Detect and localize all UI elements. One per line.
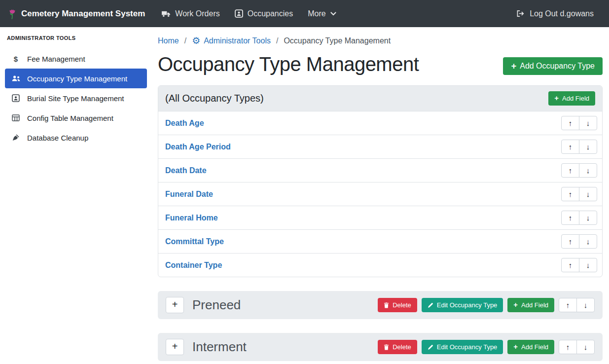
occupancy-type-section-preneed: + Preneed Delete Edit Occupancy Type + A… bbox=[158, 291, 603, 319]
logout-button[interactable]: Log Out d.gowans bbox=[509, 5, 601, 22]
expand-button[interactable]: + bbox=[166, 297, 184, 313]
move-up-button[interactable]: ↑ bbox=[561, 211, 579, 225]
field-link-death-age[interactable]: Death Age bbox=[165, 119, 204, 128]
sidebar-heading: ADMINISTRATOR TOOLS bbox=[0, 32, 152, 49]
breadcrumb-home[interactable]: Home bbox=[158, 36, 179, 45]
move-down-button[interactable]: ↓ bbox=[579, 258, 597, 272]
move-up-button[interactable]: ↑ bbox=[561, 163, 579, 178]
app-title: Cemetery Management System bbox=[21, 9, 145, 19]
add-field-label: Add Field bbox=[562, 95, 589, 102]
move-down-button[interactable]: ↓ bbox=[579, 163, 597, 178]
section-title: Interment bbox=[192, 339, 247, 355]
reorder-buttons: ↑ ↓ bbox=[561, 140, 597, 154]
broom-icon bbox=[11, 134, 21, 142]
sidebar-item-database-cleanup[interactable]: Database Cleanup bbox=[5, 128, 147, 147]
main-content: Home / ⚙ Administrator Tools / Occupancy… bbox=[152, 27, 609, 364]
nav-occupancies-label: Occupancies bbox=[248, 9, 293, 18]
move-down-button[interactable]: ↓ bbox=[579, 116, 597, 130]
top-navbar: Cemetery Management System Work Orders O… bbox=[0, 0, 609, 27]
add-occupancy-type-button[interactable]: + Add Occupancy Type bbox=[503, 57, 603, 75]
move-down-button[interactable]: ↓ bbox=[579, 234, 597, 249]
breadcrumb-current: Occupancy Type Management bbox=[284, 36, 391, 45]
move-down-button[interactable]: ↓ bbox=[579, 211, 597, 225]
breadcrumb: Home / ⚙ Administrator Tools / Occupancy… bbox=[158, 34, 603, 47]
add-field-button[interactable]: + Add Field bbox=[548, 91, 595, 106]
move-up-button[interactable]: ↑ bbox=[559, 340, 577, 354]
field-list: Death Age ↑ ↓ Death Age Period ↑ ↓ Death… bbox=[158, 111, 602, 277]
reorder-buttons: ↑ ↓ bbox=[561, 163, 597, 178]
nav-more-label: More bbox=[308, 9, 325, 18]
move-down-button[interactable]: ↓ bbox=[576, 340, 595, 354]
dollar-icon: $ bbox=[11, 55, 21, 63]
delete-button[interactable]: Delete bbox=[378, 340, 417, 354]
reorder-buttons: ↑ ↓ bbox=[561, 211, 597, 225]
field-link-death-age-period[interactable]: Death Age Period bbox=[165, 143, 231, 151]
chevron-down-icon bbox=[330, 12, 336, 16]
move-up-button[interactable]: ↑ bbox=[561, 116, 579, 130]
move-up-button[interactable]: ↑ bbox=[559, 298, 577, 312]
card-title: (All Occupancy Types) bbox=[165, 93, 264, 104]
breadcrumb-admin-tools-label: Administrator Tools bbox=[204, 36, 271, 45]
occupancies-icon bbox=[235, 9, 243, 18]
plus-icon: + bbox=[554, 95, 559, 102]
field-row: Committal Type ↑ ↓ bbox=[158, 229, 602, 253]
pencil-icon bbox=[428, 302, 433, 308]
add-field-button[interactable]: + Add Field bbox=[507, 340, 554, 354]
sidebar-item-burial-site-type-management[interactable]: Burial Site Type Management bbox=[5, 88, 147, 108]
edit-occupancy-type-button[interactable]: Edit Occupancy Type bbox=[422, 340, 503, 354]
field-row: Death Age Period ↑ ↓ bbox=[158, 135, 602, 158]
sidebar-item-occupancy-type-management[interactable]: Occupancy Type Management bbox=[5, 69, 147, 88]
sidebar: ADMINISTRATOR TOOLS $ Fee Management Occ… bbox=[0, 27, 152, 364]
field-link-death-date[interactable]: Death Date bbox=[165, 166, 207, 175]
occupancy-type-section-interment: + Interment Delete Edit Occupancy Type +… bbox=[158, 333, 603, 361]
breadcrumb-separator: / bbox=[184, 36, 186, 45]
nav-occupancies[interactable]: Occupancies bbox=[227, 5, 301, 22]
breadcrumb-separator: / bbox=[276, 36, 278, 45]
add-occupancy-type-label: Add Occupancy Type bbox=[520, 62, 595, 71]
move-up-button[interactable]: ↑ bbox=[561, 234, 579, 249]
breadcrumb-admin-tools[interactable]: ⚙ Administrator Tools bbox=[192, 36, 271, 45]
delete-button[interactable]: Delete bbox=[378, 298, 417, 312]
field-link-committal-type[interactable]: Committal Type bbox=[165, 237, 224, 246]
field-link-funeral-home[interactable]: Funeral Home bbox=[165, 214, 218, 222]
sidebar-nav: $ Fee Management Occupancy Type Manageme… bbox=[0, 49, 152, 147]
field-link-container-type[interactable]: Container Type bbox=[165, 261, 222, 270]
all-occupancy-types-card: (All Occupancy Types) + Add Field Death … bbox=[158, 85, 603, 277]
nav-work-orders[interactable]: Work Orders bbox=[154, 5, 227, 22]
navbar-links: Work Orders Occupancies More bbox=[154, 5, 343, 22]
move-up-button[interactable]: ↑ bbox=[561, 187, 579, 201]
users-icon bbox=[11, 75, 21, 82]
reorder-buttons: ↑ ↓ bbox=[559, 298, 595, 312]
expand-button[interactable]: + bbox=[166, 339, 184, 355]
flower-logo-icon bbox=[8, 7, 17, 20]
nav-work-orders-label: Work Orders bbox=[175, 9, 219, 18]
app-brand[interactable]: Cemetery Management System bbox=[8, 7, 145, 20]
move-up-button[interactable]: ↑ bbox=[561, 258, 579, 272]
occupancy-type-sections: + Preneed Delete Edit Occupancy Type + A… bbox=[158, 291, 603, 361]
move-down-button[interactable]: ↓ bbox=[579, 187, 597, 201]
field-row: Funeral Home ↑ ↓ bbox=[158, 206, 602, 229]
plus-icon: + bbox=[513, 343, 518, 351]
work-orders-icon bbox=[161, 10, 171, 17]
reorder-buttons: ↑ ↓ bbox=[561, 187, 597, 201]
move-down-button[interactable]: ↓ bbox=[579, 140, 597, 154]
add-field-button[interactable]: + Add Field bbox=[507, 298, 554, 312]
move-down-button[interactable]: ↓ bbox=[576, 298, 595, 312]
table-icon bbox=[11, 114, 21, 122]
logout-label: Log Out d.gowans bbox=[530, 9, 594, 18]
plus-icon: + bbox=[513, 301, 518, 309]
edit-occupancy-type-button[interactable]: Edit Occupancy Type bbox=[422, 298, 503, 312]
sidebar-item-fee-management[interactable]: $ Fee Management bbox=[5, 49, 147, 69]
reorder-buttons: ↑ ↓ bbox=[561, 234, 597, 249]
plus-icon: + bbox=[511, 62, 516, 71]
field-link-funeral-date[interactable]: Funeral Date bbox=[165, 190, 213, 199]
sidebar-item-config-table-management[interactable]: Config Table Management bbox=[5, 108, 147, 128]
field-row: Container Type ↑ ↓ bbox=[158, 253, 602, 277]
move-up-button[interactable]: ↑ bbox=[561, 140, 579, 154]
reorder-buttons: ↑ ↓ bbox=[559, 340, 595, 354]
nav-more[interactable]: More bbox=[300, 5, 343, 22]
reorder-buttons: ↑ ↓ bbox=[561, 116, 597, 130]
field-row: Death Date ↑ ↓ bbox=[158, 158, 602, 182]
section-title: Preneed bbox=[192, 297, 241, 313]
pencil-icon bbox=[428, 344, 433, 350]
